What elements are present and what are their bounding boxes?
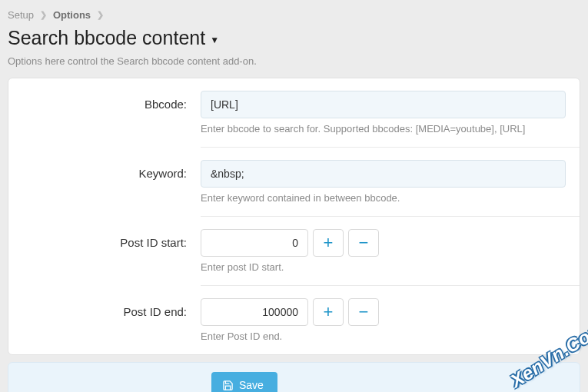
chevron-right-icon: ❯ xyxy=(40,10,47,20)
keyword-label: Keyword: xyxy=(8,160,201,180)
page-subtitle: Options here control the Search bbcode c… xyxy=(6,52,582,78)
options-panel: Bbcode: Enter bbcode to search for. Supp… xyxy=(8,78,580,355)
keyword-helptext: Enter keyword contained in between bbcod… xyxy=(201,192,566,204)
post-id-end-increment[interactable]: + xyxy=(313,298,344,326)
save-bar: Save xyxy=(8,362,580,392)
bbcode-label: Bbcode: xyxy=(8,91,201,111)
page-title-dropdown[interactable]: Search bbcode content ▼ xyxy=(6,27,582,52)
chevron-right-icon: ❯ xyxy=(97,10,104,20)
post-id-end-decrement[interactable]: − xyxy=(348,298,379,326)
caret-down-icon: ▼ xyxy=(210,35,219,45)
post-id-start-label: Post ID start: xyxy=(8,229,201,249)
post-id-end-input[interactable] xyxy=(201,298,308,326)
bbcode-input[interactable] xyxy=(201,91,566,118)
keyword-input[interactable] xyxy=(201,160,566,188)
save-icon xyxy=(222,380,234,391)
post-id-start-increment[interactable]: + xyxy=(313,229,344,257)
post-id-start-stepper: + − xyxy=(201,229,566,257)
bbcode-helptext: Enter bbcode to search for. Supported bb… xyxy=(201,123,566,135)
post-id-end-stepper: + − xyxy=(201,298,566,326)
breadcrumb-options[interactable]: Options xyxy=(53,9,91,21)
post-id-start-decrement[interactable]: − xyxy=(348,229,379,257)
post-id-start-input[interactable] xyxy=(201,229,308,257)
breadcrumb: Setup ❯ Options ❯ xyxy=(6,6,582,27)
post-id-start-helptext: Enter post ID start. xyxy=(201,261,566,273)
save-button[interactable]: Save xyxy=(211,372,277,392)
page-title: Search bbcode content xyxy=(8,27,205,49)
save-button-label: Save xyxy=(239,379,264,391)
post-id-end-helptext: Enter Post ID end. xyxy=(201,331,566,342)
breadcrumb-setup[interactable]: Setup xyxy=(8,9,34,21)
post-id-end-label: Post ID end: xyxy=(8,298,201,318)
